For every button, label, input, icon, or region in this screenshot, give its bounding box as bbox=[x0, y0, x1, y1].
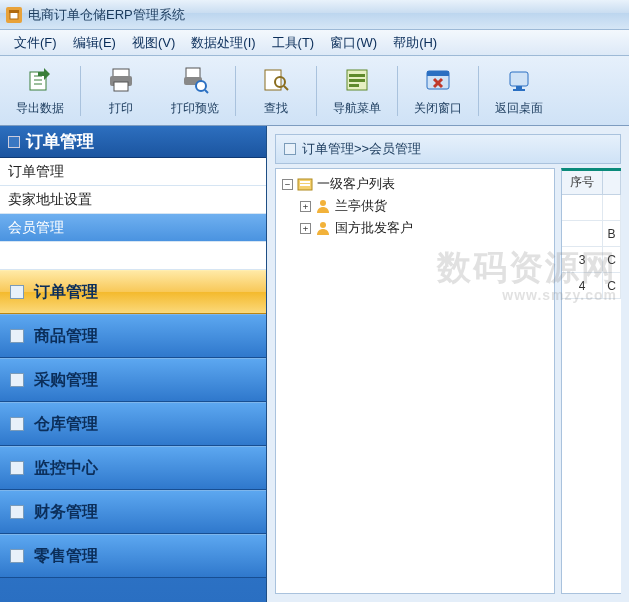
module-icon bbox=[10, 549, 24, 563]
export-icon bbox=[24, 64, 56, 96]
tool-find[interactable]: 查找 bbox=[240, 59, 312, 123]
module-finance-label: 财务管理 bbox=[34, 502, 98, 523]
tool-closewin-label: 关闭窗口 bbox=[414, 100, 462, 117]
sidebar-sublist: 订单管理 卖家地址设置 会员管理 bbox=[0, 158, 266, 270]
svg-rect-23 bbox=[513, 89, 525, 91]
sidebar-sub-member[interactable]: 会员管理 bbox=[0, 214, 266, 242]
module-icon bbox=[10, 285, 24, 299]
tree-expand-icon[interactable]: + bbox=[300, 223, 311, 234]
tree-child-node[interactable]: + 国方批发客户 bbox=[280, 217, 550, 239]
module-monitor-label: 监控中心 bbox=[34, 458, 98, 479]
grid-cell-seq: 4 bbox=[562, 273, 603, 298]
svg-rect-26 bbox=[300, 184, 310, 186]
svg-rect-3 bbox=[113, 69, 129, 77]
grid-row[interactable]: 4 C bbox=[562, 273, 621, 299]
tree-root-node[interactable]: − 一级客户列表 bbox=[280, 173, 550, 195]
nav-menu-icon bbox=[341, 64, 373, 96]
module-icon bbox=[10, 461, 24, 475]
svg-rect-14 bbox=[349, 74, 365, 77]
svg-line-9 bbox=[205, 90, 208, 93]
menu-help[interactable]: 帮助(H) bbox=[385, 32, 445, 54]
grid-row[interactable]: B bbox=[562, 221, 621, 247]
svg-rect-6 bbox=[186, 68, 200, 78]
svg-rect-21 bbox=[510, 72, 528, 86]
tree-expand-icon[interactable]: + bbox=[300, 201, 311, 212]
menu-view[interactable]: 视图(V) bbox=[124, 32, 183, 54]
tool-back-label: 返回桌面 bbox=[495, 100, 543, 117]
grid-header-col2[interactable] bbox=[603, 171, 621, 194]
svg-point-28 bbox=[320, 222, 326, 228]
close-window-icon bbox=[422, 64, 454, 96]
app-icon bbox=[6, 7, 22, 23]
module-warehouse[interactable]: 仓库管理 bbox=[0, 402, 266, 446]
module-icon bbox=[10, 329, 24, 343]
titlebar: 电商订单仓储ERP管理系统 bbox=[0, 0, 629, 30]
menu-edit[interactable]: 编辑(E) bbox=[65, 32, 124, 54]
grid-header: 序号 bbox=[562, 171, 621, 195]
module-monitor[interactable]: 监控中心 bbox=[0, 446, 266, 490]
toolbar-separator bbox=[478, 66, 479, 116]
tool-back-desktop[interactable]: 返回桌面 bbox=[483, 59, 555, 123]
menu-window[interactable]: 窗口(W) bbox=[322, 32, 385, 54]
menubar: 文件(F) 编辑(E) 视图(V) 数据处理(I) 工具(T) 窗口(W) 帮助… bbox=[0, 30, 629, 56]
breadcrumb: 订单管理>>会员管理 bbox=[275, 134, 621, 164]
folder-list-icon bbox=[297, 176, 313, 192]
tree-child2-label: 国方批发客户 bbox=[335, 219, 413, 237]
sidebar-modules: 订单管理 商品管理 采购管理 仓库管理 监控中心 财务管理 零售管理 bbox=[0, 270, 266, 602]
tool-preview-label: 打印预览 bbox=[171, 100, 219, 117]
module-purchase[interactable]: 采购管理 bbox=[0, 358, 266, 402]
grid-cell-seq bbox=[562, 195, 603, 220]
menu-file[interactable]: 文件(F) bbox=[6, 32, 65, 54]
app-title: 电商订单仓储ERP管理系统 bbox=[28, 6, 185, 24]
module-purchase-label: 采购管理 bbox=[34, 370, 98, 391]
breadcrumb-text: 订单管理>>会员管理 bbox=[302, 140, 421, 158]
svg-rect-22 bbox=[516, 86, 522, 89]
svg-point-27 bbox=[320, 200, 326, 206]
module-finance[interactable]: 财务管理 bbox=[0, 490, 266, 534]
svg-rect-16 bbox=[349, 84, 359, 87]
grid-cell-seq: 3 bbox=[562, 247, 603, 272]
module-icon bbox=[10, 373, 24, 387]
grid-cell-val: C bbox=[603, 273, 621, 298]
sidebar-header-label: 订单管理 bbox=[26, 130, 94, 153]
menu-tools[interactable]: 工具(T) bbox=[264, 32, 323, 54]
tool-export[interactable]: 导出数据 bbox=[4, 59, 76, 123]
toolbar: 导出数据 打印 打印预览 查找 导航菜单 关闭窗口 bbox=[0, 56, 629, 126]
tool-close-window[interactable]: 关闭窗口 bbox=[402, 59, 474, 123]
svg-line-12 bbox=[284, 86, 288, 90]
tool-navmenu-label: 导航菜单 bbox=[333, 100, 381, 117]
grid-cell-seq bbox=[562, 221, 603, 246]
back-desktop-icon bbox=[503, 64, 535, 96]
tool-print[interactable]: 打印 bbox=[85, 59, 157, 123]
toolbar-separator bbox=[80, 66, 81, 116]
find-icon bbox=[260, 64, 292, 96]
grid-cell-val: B bbox=[603, 221, 621, 246]
tool-export-label: 导出数据 bbox=[16, 100, 64, 117]
tree-root-label: 一级客户列表 bbox=[317, 175, 395, 193]
tool-find-label: 查找 bbox=[264, 100, 288, 117]
tool-print-preview[interactable]: 打印预览 bbox=[159, 59, 231, 123]
grid-cell-val: C bbox=[603, 247, 621, 272]
sidebar: 订单管理 订单管理 卖家地址设置 会员管理 订单管理 商品管理 采购管理 仓库管… bbox=[0, 126, 267, 602]
module-order-label: 订单管理 bbox=[34, 282, 98, 303]
module-product-label: 商品管理 bbox=[34, 326, 98, 347]
sidebar-sub-gap bbox=[0, 242, 266, 270]
sidebar-sub-seller-addr[interactable]: 卖家地址设置 bbox=[0, 186, 266, 214]
menu-data[interactable]: 数据处理(I) bbox=[183, 32, 263, 54]
module-product[interactable]: 商品管理 bbox=[0, 314, 266, 358]
module-icon bbox=[10, 417, 24, 431]
body: 订单管理 订单管理 卖家地址设置 会员管理 订单管理 商品管理 采购管理 仓库管… bbox=[0, 126, 629, 602]
module-order[interactable]: 订单管理 bbox=[0, 270, 266, 314]
tree-child-node[interactable]: + 兰亭供货 bbox=[280, 195, 550, 217]
grid-header-seq[interactable]: 序号 bbox=[562, 171, 603, 194]
tree-collapse-icon[interactable]: − bbox=[282, 179, 293, 190]
tool-nav-menu[interactable]: 导航菜单 bbox=[321, 59, 393, 123]
grid-row[interactable] bbox=[562, 195, 621, 221]
module-icon bbox=[10, 505, 24, 519]
sidebar-header: 订单管理 bbox=[0, 126, 266, 158]
grid-row[interactable]: 3 C bbox=[562, 247, 621, 273]
print-icon bbox=[105, 64, 137, 96]
sidebar-sub-order[interactable]: 订单管理 bbox=[0, 158, 266, 186]
module-retail[interactable]: 零售管理 bbox=[0, 534, 266, 578]
svg-rect-25 bbox=[300, 181, 310, 183]
